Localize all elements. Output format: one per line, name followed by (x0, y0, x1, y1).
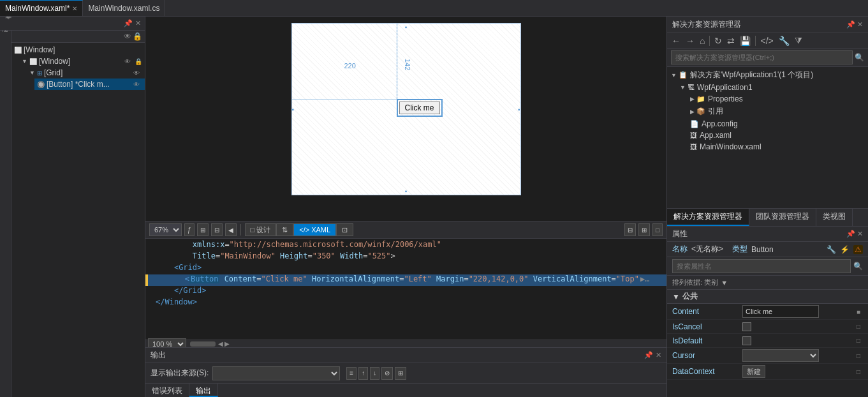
sol-item-project[interactable]: ▼ 🏗 WpfApplication1 (667, 82, 868, 93)
zoom-select[interactable]: 67% (149, 223, 182, 236)
maximize-btn[interactable]: □ (652, 223, 663, 236)
props-section-public[interactable]: ▼ 公共 (667, 290, 868, 304)
output-btn-5[interactable]: ⊞ (395, 367, 406, 380)
close-solution-icon[interactable]: ✕ (857, 20, 863, 29)
grid-btn[interactable]: ⊞ (197, 223, 209, 236)
handle-left[interactable]: ▪ (292, 106, 295, 113)
sol-item-references[interactable]: ▶ 📦 引用 (667, 105, 868, 118)
back-sol-btn[interactable]: ← (670, 35, 682, 47)
button-eye-icon[interactable]: 👁 (133, 81, 140, 88)
xaml-scroll-bar[interactable]: 100 % ◀ ▶ (145, 340, 666, 347)
sol-item-mainwindow[interactable]: 🖼 MainWindow.xaml (667, 141, 868, 153)
prop-cursor-edit-icon[interactable]: □ (854, 352, 863, 359)
window-lock-icon[interactable]: 🔒 (135, 58, 142, 65)
refresh-sol-btn[interactable]: ↻ (712, 35, 724, 47)
props-search-input[interactable] (672, 259, 851, 273)
scroll-thumb[interactable] (190, 341, 216, 347)
handle-bottom[interactable]: ▪ (405, 188, 408, 195)
formula-btn[interactable]: ƒ (184, 223, 195, 236)
props-warning-icon[interactable]: ⚠ (853, 245, 863, 254)
properties-header: 属性 📌 ✕ (667, 227, 868, 242)
solution-search-input[interactable] (671, 50, 853, 64)
output-btn-3[interactable]: ↓ (370, 367, 379, 380)
sync-sol-btn[interactable]: ⇄ (725, 35, 737, 47)
close-output-icon[interactable]: ✕ (656, 351, 661, 359)
close-icon[interactable]: ✕ (135, 19, 141, 27)
tree-item-window-root[interactable]: ⬜ [Window] (11, 44, 145, 56)
pin-props-icon[interactable]: 📌 (846, 230, 855, 238)
close-props-icon[interactable]: ✕ (857, 230, 863, 238)
eye-icon-toolbar[interactable]: 👁 (124, 32, 131, 41)
handle-right[interactable]: ▪ (518, 106, 520, 113)
collapse-btn[interactable]: ⊟ (624, 223, 636, 236)
filter-sol-btn[interactable]: ⧩ (793, 34, 804, 47)
code-sol-btn[interactable]: </> (758, 35, 775, 47)
prop-content-edit-icon[interactable]: ■ (854, 308, 863, 315)
tab-class-view[interactable]: 类视图 (816, 209, 853, 226)
prop-iscancel-checkbox[interactable] (742, 322, 751, 331)
tab-xaml-close[interactable]: ✕ (72, 5, 77, 12)
sol-item-properties[interactable]: ▶ 📁 Properties (667, 93, 868, 105)
tab-output[interactable]: 输出 (189, 384, 218, 397)
pin-icon[interactable]: 📌 (124, 19, 133, 27)
sol-item-mainwindow-label: MainWindow.xaml (700, 142, 761, 151)
lock-icon-toolbar[interactable]: 🔒 (133, 32, 142, 41)
sort-arrow[interactable]: ▼ (721, 279, 728, 287)
prop-isdefault-edit-icon[interactable]: □ (854, 337, 863, 344)
window-eye-icon[interactable]: 👁 (124, 58, 131, 65)
sol-item-appxaml[interactable]: 🖼 App.xaml (667, 130, 868, 141)
output-btn-2[interactable]: ↑ (358, 367, 368, 380)
pin-solution-icon[interactable]: 📌 (846, 20, 855, 29)
output-btn-1[interactable]: ≡ (346, 367, 357, 380)
click-me-button[interactable]: Click me (399, 101, 440, 114)
props-wand-icon[interactable]: 🔧 (827, 245, 836, 254)
home-sol-btn[interactable]: ⌂ (698, 35, 707, 47)
tree-item-grid[interactable]: ▼ ⊞ [Grid] 👁 (27, 67, 145, 79)
prop-cursor-select[interactable] (742, 349, 819, 362)
prop-row-cursor: Cursor □ (667, 348, 868, 364)
save-sol-btn[interactable]: 💾 (738, 35, 753, 47)
properties-title: 属性 (672, 228, 688, 239)
left-arrow-btn[interactable]: ◀ (225, 223, 237, 236)
tree-item-window[interactable]: ▼ ⬜ [Window] 👁 🔒 (19, 56, 145, 67)
xaml-view-btn[interactable]: </> XAML (293, 223, 336, 236)
swap-btn[interactable]: ⇅ (276, 223, 293, 236)
prop-isdefault-checkbox[interactable] (742, 336, 751, 345)
design-view-btn[interactable]: □ 设计 (245, 223, 277, 236)
scroll-arrow-right[interactable]: ▶ (224, 340, 230, 347)
output-source-select[interactable] (212, 366, 340, 380)
handle-top[interactable]: ▪ (405, 24, 408, 31)
tree-item-button[interactable]: 🔘 [Button] *Click m... 👁 (34, 79, 145, 90)
outline-tree: ⬜ [Window] ▼ ⬜ [Window] 👁 🔒 (11, 43, 145, 397)
scroll-arrow-left[interactable]: ◀ (218, 340, 223, 347)
prop-row-iscancel: IsCancel □ (667, 320, 868, 334)
expand-editor-btn[interactable]: ⊡ (336, 223, 353, 236)
solution-search-icon: 🔍 (855, 53, 864, 62)
tab-team-explorer[interactable]: 团队资源管理器 (749, 209, 816, 226)
grid-eye-icon[interactable]: 👁 (133, 70, 140, 77)
button-on-canvas[interactable]: Click me (397, 99, 443, 117)
prop-iscancel-edit-icon[interactable]: □ (854, 323, 863, 330)
sol-item-appconfig[interactable]: 📄 App.config (667, 118, 868, 130)
prop-sol-btn[interactable]: 🔧 (777, 35, 791, 47)
restore-btn[interactable]: ⊞ (638, 223, 650, 236)
center-area: Click me ▪ ▪ ▪ ▪ 220 (145, 17, 666, 397)
output-btn-4[interactable]: ⊘ (381, 367, 393, 380)
props-type-label: 类型 (732, 244, 747, 255)
snap-btn[interactable]: ⊟ (211, 223, 223, 236)
tab-xaml[interactable]: MainWindow.xaml* ✕ (0, 0, 83, 16)
tab-solution-explorer[interactable]: 解决方案资源管理器 (667, 209, 749, 226)
fwd-sol-btn[interactable]: → (684, 35, 696, 47)
prop-datacontext-btn[interactable]: 新建 (742, 365, 765, 378)
design-label: 设计 (256, 225, 270, 235)
design-surface-container: Click me ▪ ▪ ▪ ▪ 220 (145, 17, 666, 221)
tree-item-window-root-label: [Window] (24, 45, 55, 54)
tab-error-list[interactable]: 错误列表 (145, 384, 189, 397)
prop-datacontext-edit-icon[interactable]: □ (854, 368, 863, 375)
props-lightning-icon[interactable]: ⚡ (840, 245, 850, 254)
pin-output-icon[interactable]: 📌 (644, 351, 653, 359)
tab-cs[interactable]: MainWindow.xaml.cs (83, 0, 165, 16)
prop-content-input[interactable] (742, 305, 819, 318)
sol-item-solution[interactable]: ▼ 📋 解决方案'WpfApplication1'(1 个项目) (667, 68, 868, 82)
xaml-code-editor[interactable]: xmlns:x="http://schemas.microsoft.com/wi… (145, 239, 666, 340)
